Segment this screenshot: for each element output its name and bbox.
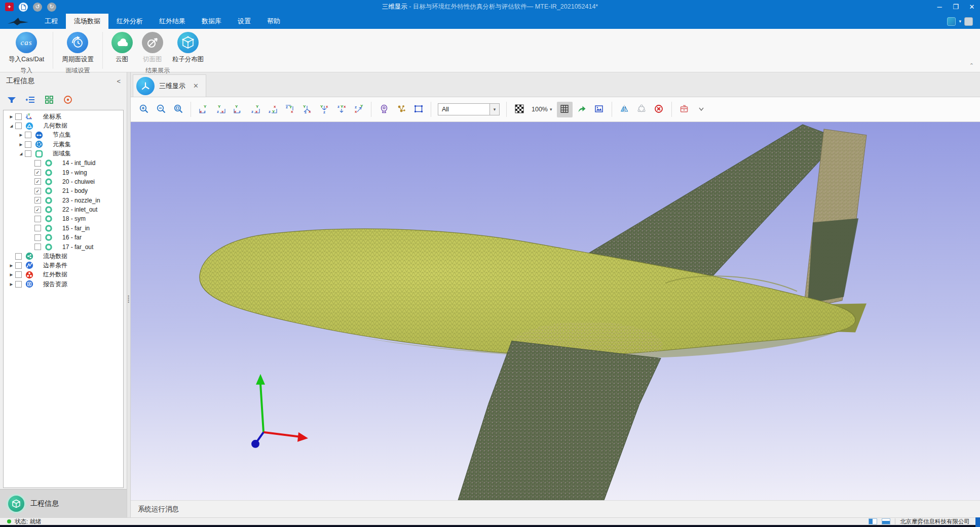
- tree-checkbox[interactable]: ✓: [34, 197, 41, 204]
- mirror-button[interactable]: [617, 102, 632, 117]
- close-button[interactable]: ✕: [964, 0, 980, 14]
- community-icon[interactable]: [947, 17, 956, 26]
- transparency-button[interactable]: [511, 102, 527, 117]
- group-ring-button[interactable]: [634, 102, 650, 117]
- caret-down-icon[interactable]: ▾: [959, 19, 961, 24]
- collapse-ribbon-icon[interactable]: ⌃: [969, 62, 974, 69]
- grid-view-icon[interactable]: [44, 94, 55, 105]
- tab-close-icon[interactable]: ✕: [193, 82, 199, 90]
- tree-checkbox[interactable]: [15, 262, 22, 269]
- tree-checkbox[interactable]: [34, 216, 41, 222]
- tree-item[interactable]: 16 - far: [4, 233, 123, 242]
- menu-tab-5[interactable]: 数据库: [194, 14, 230, 29]
- box-select-button[interactable]: [410, 102, 426, 117]
- particle-trace-button[interactable]: [393, 102, 409, 117]
- view-back-button[interactable]: Yzx: [247, 102, 263, 117]
- tree-checkbox[interactable]: [15, 123, 22, 129]
- tree-checkbox[interactable]: [25, 150, 31, 157]
- panel-splitter[interactable]: ••••: [127, 72, 131, 517]
- tree-checkbox[interactable]: ✓: [34, 169, 41, 176]
- view-left-button[interactable]: Yxz: [196, 102, 211, 117]
- contour-map-button[interactable]: 云图: [107, 31, 137, 64]
- tree-checkbox[interactable]: [15, 113, 22, 120]
- display-filter-select[interactable]: All▾: [438, 103, 500, 115]
- tree-checkbox[interactable]: [34, 225, 41, 231]
- resize-corner[interactable]: [975, 517, 980, 527]
- clear-button[interactable]: [651, 102, 667, 117]
- expander-closed-icon[interactable]: ▶: [8, 282, 15, 287]
- expander-closed-icon[interactable]: ▶: [8, 263, 15, 268]
- menu-tab-2[interactable]: 流场数据: [66, 14, 108, 29]
- tree-checkbox[interactable]: [34, 234, 41, 241]
- tree-item[interactable]: ◢几何数据: [4, 121, 123, 130]
- maximize-button[interactable]: ❐: [948, 0, 964, 14]
- outline-list-icon[interactable]: [25, 94, 36, 105]
- view-right-button[interactable]: Yzx: [213, 102, 229, 117]
- tree-item[interactable]: ✓19 - wing: [4, 168, 123, 177]
- tree-checkbox[interactable]: [15, 253, 22, 260]
- menu-tab-6[interactable]: 设置: [230, 14, 259, 29]
- style-icon[interactable]: [964, 17, 973, 26]
- snapshot-button[interactable]: [591, 102, 607, 117]
- tree-item[interactable]: 15 - far_in: [4, 224, 123, 233]
- export-button[interactable]: [574, 102, 590, 117]
- project-info-bottom-tab[interactable]: 工程信息: [0, 489, 127, 517]
- tree-item[interactable]: 18 - sym: [4, 214, 123, 223]
- tree-checkbox[interactable]: [34, 160, 41, 167]
- tree-checkbox[interactable]: [34, 244, 41, 250]
- undo-icon[interactable]: ↺: [33, 3, 42, 12]
- tree-checkbox[interactable]: [25, 141, 31, 148]
- view-iso-3-button[interactable]: zYx: [333, 102, 349, 117]
- expander-closed-icon[interactable]: ▶: [17, 133, 25, 137]
- tree-item[interactable]: 17 - far_out: [4, 242, 123, 251]
- tree-checkbox[interactable]: ✓: [34, 207, 41, 213]
- tree-item[interactable]: ✓23 - nozzle_in: [4, 196, 123, 205]
- expander-open-icon[interactable]: ◢: [17, 151, 25, 156]
- combo-dropdown-icon[interactable]: ▾: [489, 104, 499, 115]
- menu-tab-1[interactable]: 工程: [36, 14, 66, 29]
- grid-button[interactable]: [557, 102, 573, 117]
- panel-layout-bottom-icon[interactable]: [882, 518, 890, 524]
- view-iso-1-button[interactable]: Yzx: [299, 102, 315, 117]
- panel-layout-left-icon[interactable]: [869, 518, 877, 524]
- filter-funnel-icon[interactable]: [6, 94, 17, 105]
- toolbar-more-caret[interactable]: [694, 102, 709, 117]
- menu-tab-4[interactable]: 红外结果: [151, 14, 194, 29]
- expander-closed-icon[interactable]: ▶: [8, 114, 15, 119]
- tree-item[interactable]: ▶边界条件: [4, 261, 123, 270]
- view-iso-4-button[interactable]: zxY: [351, 102, 366, 117]
- tree-item[interactable]: ✓20 - chuiwei: [4, 177, 123, 186]
- tree-checkbox[interactable]: ✓: [34, 188, 41, 194]
- camera-button[interactable]: [376, 102, 392, 117]
- tree-checkbox[interactable]: ✓: [34, 178, 41, 185]
- periodic-surface-button[interactable]: 周期面设置: [57, 31, 98, 64]
- locate-icon[interactable]: [62, 94, 73, 105]
- zoom-out-button[interactable]: [153, 102, 169, 117]
- tree-item[interactable]: ◢面域集: [4, 149, 123, 158]
- minimize-button[interactable]: ─: [931, 0, 948, 14]
- tree-checkbox[interactable]: [15, 271, 22, 278]
- import-cas-dat-button[interactable]: cas导入Cas/Dat: [4, 31, 49, 64]
- tree-checkbox[interactable]: [25, 132, 31, 138]
- expander-closed-icon[interactable]: ▶: [8, 272, 15, 277]
- save-view-button[interactable]: [676, 102, 692, 117]
- new-file-icon[interactable]: [19, 3, 28, 12]
- tree-item[interactable]: ▶Yzx坐标系: [4, 112, 123, 121]
- tree-item[interactable]: 流场数据: [4, 252, 123, 261]
- expander-open-icon[interactable]: ◢: [8, 124, 15, 128]
- view-iso-2-button[interactable]: Yxz: [316, 102, 332, 117]
- tree-item[interactable]: ▶节点集: [4, 131, 123, 140]
- particle-distribution-button[interactable]: 粒子分布图: [168, 31, 209, 64]
- tree-checkbox[interactable]: [15, 281, 22, 288]
- zoom-fit-button[interactable]: [170, 102, 186, 117]
- view-front-button[interactable]: Yxz: [230, 102, 246, 117]
- tree-item[interactable]: ▶元素集: [4, 140, 123, 149]
- menu-tab-3[interactable]: 红外分析: [108, 14, 151, 29]
- 3d-viewport[interactable]: [131, 122, 980, 500]
- view-top-button[interactable]: xzY: [265, 102, 280, 117]
- tree-item[interactable]: 14 - int_fluid: [4, 158, 123, 168]
- zoom-level-dropdown[interactable]: 100%▾: [529, 102, 555, 117]
- menu-tab-7[interactable]: 帮助: [259, 14, 288, 29]
- view-bottom-button[interactable]: zYx: [282, 102, 297, 117]
- tree-item[interactable]: ▶报告资源: [4, 279, 123, 289]
